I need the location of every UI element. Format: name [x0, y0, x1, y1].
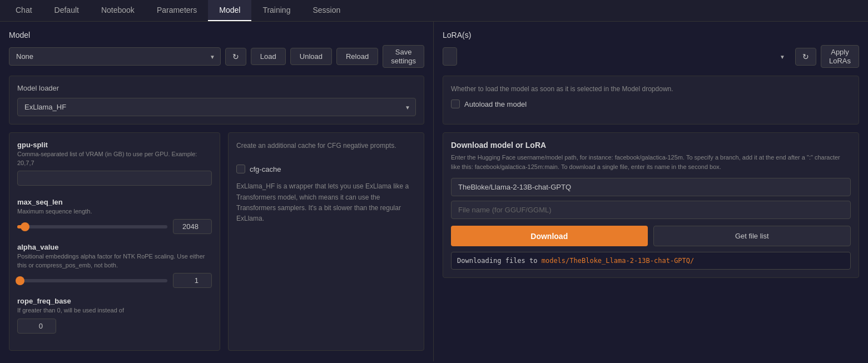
- lora-refresh-button[interactable]: ↻: [795, 48, 816, 66]
- max-seq-len-setting: max_seq_len Maximum sequence length. 204…: [17, 198, 212, 234]
- alpha-slider-track[interactable]: [17, 279, 167, 282]
- download-desc: Enter the Hugging Face username/model pa…: [451, 153, 851, 171]
- model-refresh-button[interactable]: ↻: [225, 48, 246, 66]
- tab-parameters[interactable]: Parameters: [146, 0, 208, 21]
- reload-button[interactable]: Reload: [336, 48, 378, 65]
- autoload-checkbox[interactable]: [451, 100, 460, 108]
- tab-model[interactable]: Model: [208, 0, 251, 21]
- rope-freq-desc: If greater than 0, will be used instead …: [17, 306, 212, 315]
- load-button[interactable]: Load: [251, 48, 286, 65]
- autoload-section: Whether to load the model as soon as it …: [443, 76, 859, 125]
- max-seq-slider-track[interactable]: [17, 225, 167, 228]
- alpha-value-row: 1: [17, 273, 212, 288]
- model-loader-label: Model loader: [17, 84, 416, 92]
- alpha-value-input[interactable]: 1: [173, 273, 212, 288]
- alpha-value-desc: Positional embeddings alpha factor for N…: [17, 252, 212, 270]
- tab-notebook[interactable]: Notebook: [90, 0, 146, 21]
- left-panel: Model None ↻ Load Unload Reload Save set…: [0, 22, 434, 361]
- apply-loras-button[interactable]: Apply LoRAs: [821, 45, 859, 68]
- download-title: Download model or LoRA: [451, 141, 851, 150]
- rope-freq-input[interactable]: 0: [17, 319, 56, 334]
- cfg-cache-checkbox-row[interactable]: cfg-cache: [236, 165, 416, 173]
- alpha-slider-thumb[interactable]: [16, 276, 24, 285]
- autoload-checkbox-row[interactable]: Autoload the model: [451, 100, 851, 108]
- rope-freq-name: rope_freq_base: [17, 297, 212, 305]
- max-seq-len-row: 2048: [17, 219, 212, 234]
- alpha-value-name: alpha_value: [17, 243, 212, 251]
- alpha-value-setting: alpha_value Positional embeddings alpha …: [17, 243, 212, 288]
- get-file-list-button[interactable]: Get file list: [653, 226, 851, 246]
- lora-dropdown-wrap: [443, 47, 791, 66]
- settings-left-panel: gpu-split Comma-separated list of VRAM (…: [9, 132, 220, 350]
- status-prefix: Downloading files to: [457, 257, 542, 265]
- rope-freq-setting: rope_freq_base If greater than 0, will b…: [17, 297, 212, 333]
- cfg-cache-row: Create an additional cache for CFG negat…: [236, 141, 416, 157]
- download-button[interactable]: Download: [451, 226, 648, 246]
- tab-training[interactable]: Training: [251, 0, 301, 21]
- model-section-label: Model: [9, 31, 424, 39]
- file-name-input[interactable]: [451, 201, 851, 219]
- cfg-cache-desc: Create an additional cache for CFG negat…: [236, 141, 396, 151]
- gpu-split-input[interactable]: [17, 171, 212, 186]
- model-select[interactable]: None: [9, 47, 221, 66]
- tab-chat[interactable]: Chat: [4, 0, 43, 21]
- max-seq-len-name: max_seq_len: [17, 198, 212, 206]
- gpu-split-desc: Comma-separated list of VRAM (in GB) to …: [17, 150, 212, 167]
- max-seq-len-input[interactable]: 2048: [173, 219, 212, 234]
- gpu-split-setting: gpu-split Comma-separated list of VRAM (…: [17, 141, 212, 189]
- gpu-split-name: gpu-split: [17, 141, 212, 149]
- lora-row: ↻ Apply LoRAs: [443, 45, 859, 68]
- right-panel: LoRA(s) ↻ Apply LoRAs Whether to load th…: [434, 22, 868, 361]
- tab-session[interactable]: Session: [301, 0, 351, 21]
- lora-select[interactable]: [443, 47, 457, 66]
- main-content: Model None ↻ Load Unload Reload Save set…: [0, 22, 868, 361]
- status-path: models/TheBloke_Llama-2-13B-chat-GPTQ/: [542, 257, 695, 265]
- model-row: None ↻ Load Unload Reload Save settings: [9, 45, 424, 68]
- cfg-cache-label: cfg-cache: [250, 165, 281, 173]
- model-dropdown-wrap: None: [9, 47, 221, 66]
- loader-dropdown-wrap: ExLlama_HF: [17, 98, 416, 116]
- lora-section-label: LoRA(s): [443, 31, 859, 39]
- model-path-input[interactable]: [451, 178, 851, 196]
- unload-button[interactable]: Unload: [290, 48, 332, 65]
- tab-default[interactable]: Default: [43, 0, 90, 21]
- exllama-info: ExLlama_HF is a wrapper that lets you us…: [236, 181, 416, 224]
- loader-select[interactable]: ExLlama_HF: [17, 98, 416, 116]
- cfg-cache-checkbox[interactable]: [236, 165, 245, 173]
- save-settings-button[interactable]: Save settings: [383, 45, 424, 68]
- model-loader-section: Model loader ExLlama_HF: [9, 76, 424, 125]
- download-status: Downloading files to models/TheBloke_Lla…: [451, 252, 851, 270]
- download-buttons: Download Get file list: [451, 226, 851, 246]
- rope-freq-row: 0: [17, 319, 212, 334]
- settings-grid: gpu-split Comma-separated list of VRAM (…: [9, 132, 424, 350]
- settings-right-panel: Create an additional cache for CFG negat…: [228, 132, 424, 350]
- autoload-label: Autoload the model: [464, 100, 527, 108]
- nav-tabs: Chat Default Notebook Parameters Model T…: [0, 0, 868, 22]
- max-seq-len-desc: Maximum sequence length.: [17, 207, 212, 216]
- max-seq-slider-thumb[interactable]: [21, 222, 29, 231]
- download-section: Download model or LoRA Enter the Hugging…: [443, 132, 859, 278]
- autoload-desc: Whether to load the model as soon as it …: [451, 84, 851, 94]
